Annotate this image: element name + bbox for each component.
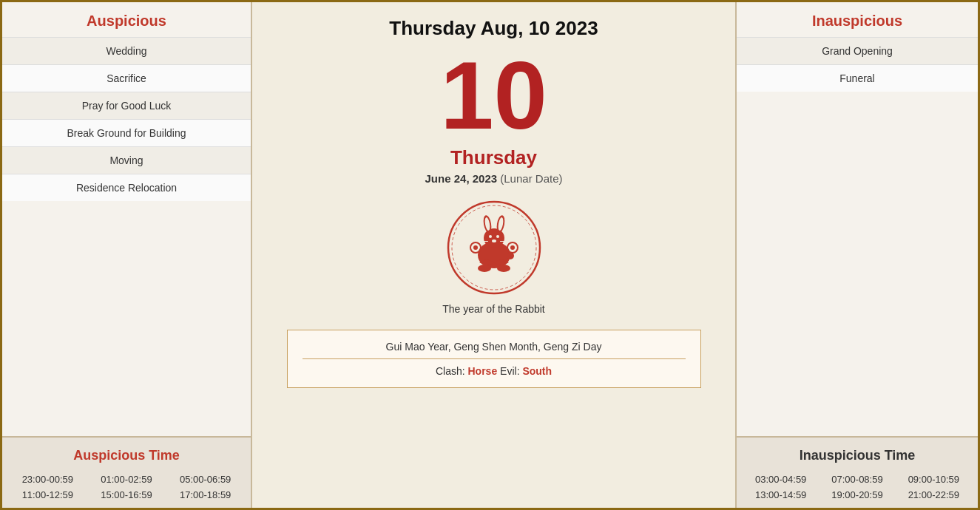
auspicious-title: Auspicious	[2, 2, 251, 37]
auspicious-time-item: 23:00-00:59	[10, 474, 86, 485]
auspicious-item: Pray for Good Luck	[2, 92, 251, 119]
auspicious-time-item: 05:00-06:59	[167, 474, 243, 485]
info-line: Gui Mao Year, Geng Shen Month, Geng Zi D…	[303, 341, 686, 353]
inauspicious-section: Inauspicious Grand OpeningFuneral	[737, 2, 978, 436]
inauspicious-time-title: Inauspicious Time	[744, 448, 970, 463]
right-panel: Inauspicious Grand OpeningFuneral Inausp…	[735, 2, 978, 508]
inauspicious-item: Funeral	[737, 64, 978, 92]
inauspicious-time-item: 19:00-20:59	[820, 489, 893, 500]
inauspicious-list: Grand OpeningFuneral	[737, 37, 978, 92]
inauspicious-time-item: 13:00-14:59	[744, 489, 817, 500]
inauspicious-title: Inauspicious	[737, 2, 978, 37]
year-label: The year of the Rabbit	[442, 303, 545, 315]
auspicious-item: Break Ground for Building	[2, 119, 251, 146]
svg-point-15	[507, 252, 514, 259]
inauspicious-time-item: 09:00-10:59	[897, 474, 970, 485]
auspicious-time-item: 17:00-18:59	[167, 489, 243, 500]
svg-point-9	[496, 235, 499, 238]
auspicious-item: Sacrifice	[2, 64, 251, 92]
inauspicious-time-item: 07:00-08:59	[820, 474, 893, 485]
day-name: Thursday	[450, 146, 537, 169]
left-panel: Auspicious WeddingSacrificePray for Good…	[2, 2, 252, 508]
inauspicious-item: Grand Opening	[737, 37, 978, 64]
main-layout: Auspicious WeddingSacrificePray for Good…	[2, 2, 978, 508]
inauspicious-time-item: 21:00-22:59	[897, 489, 970, 500]
lunar-label: (Lunar Date)	[500, 172, 562, 185]
auspicious-time-item: 11:00-12:59	[10, 489, 86, 500]
clash-line: Clash: Horse Evil: South	[303, 365, 686, 377]
info-box: Gui Mao Year, Geng Shen Month, Geng Zi D…	[287, 330, 701, 388]
clash-animal: Horse	[468, 365, 498, 377]
svg-rect-20	[478, 241, 488, 242]
auspicious-time-item: 01:00-02:59	[89, 474, 165, 485]
svg-point-18	[485, 243, 487, 245]
svg-rect-21	[500, 241, 510, 242]
svg-point-17	[497, 265, 510, 272]
inauspicious-time-item: 03:00-04:59	[744, 474, 817, 485]
clash-label: Clash:	[436, 365, 465, 377]
date-heading: Thursday Aug, 10 2023	[389, 17, 598, 40]
auspicious-item: Moving	[2, 146, 251, 174]
day-number: 10	[440, 47, 547, 143]
auspicious-time-item: 15:00-16:59	[89, 489, 165, 500]
svg-point-19	[500, 243, 502, 245]
lunar-date: June 24, 2023 (Lunar Date)	[425, 172, 563, 185]
info-divider	[303, 358, 686, 359]
svg-point-16	[478, 265, 491, 272]
auspicious-time-grid: 23:00-00:5901:00-02:5905:00-06:5911:00-1…	[10, 474, 243, 500]
center-panel: Thursday Aug, 10 2023 10 Thursday June 2…	[252, 2, 735, 508]
svg-point-12	[473, 245, 478, 250]
svg-point-14	[510, 245, 515, 250]
auspicious-list: WeddingSacrificePray for Good LuckBreak …	[2, 37, 251, 201]
inauspicious-time-grid: 03:00-04:5907:00-08:5909:00-10:5913:00-1…	[744, 474, 970, 500]
evil-label: Evil:	[500, 365, 522, 377]
evil-direction: South	[522, 365, 552, 377]
auspicious-item: Residence Relocation	[2, 174, 251, 201]
rabbit-zodiac-icon	[446, 200, 542, 296]
inauspicious-time-section: Inauspicious Time 03:00-04:5907:00-08:59…	[737, 436, 978, 508]
svg-point-10	[492, 239, 496, 242]
auspicious-time-title: Auspicious Time	[10, 448, 243, 463]
lunar-date-value: June 24, 2023	[425, 172, 498, 185]
auspicious-section: Auspicious WeddingSacrificePray for Good…	[2, 2, 251, 436]
svg-point-8	[489, 235, 492, 238]
auspicious-item: Wedding	[2, 37, 251, 64]
auspicious-time-section: Auspicious Time 23:00-00:5901:00-02:5905…	[2, 436, 251, 508]
